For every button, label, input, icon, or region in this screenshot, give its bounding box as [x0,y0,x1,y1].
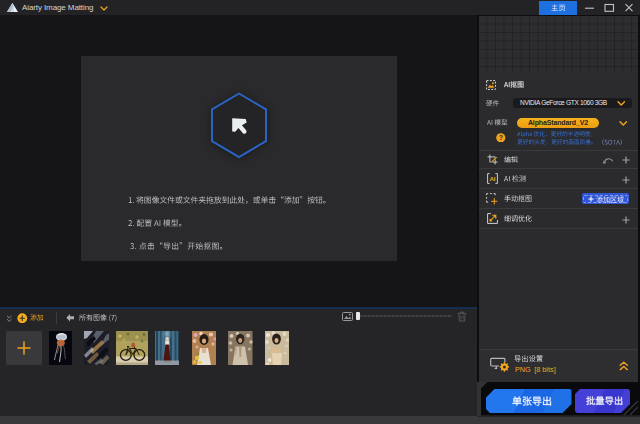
svg-text:AI: AI [489,175,495,182]
svg-text:?: ? [499,134,503,141]
